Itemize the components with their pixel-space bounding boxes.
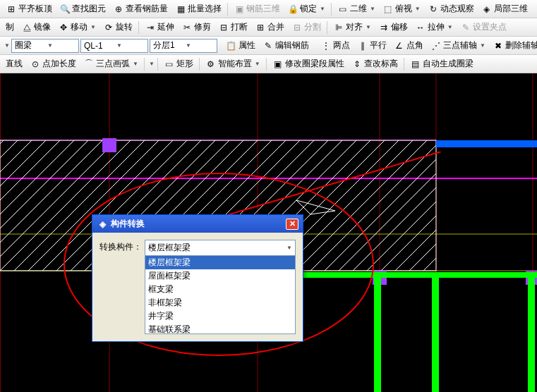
- three-point-aux-label: 三点辅轴: [443, 39, 477, 51]
- two-points-button[interactable]: ⋮两点: [318, 38, 353, 53]
- layer-combo-2[interactable]: QL-1▼: [80, 39, 148, 53]
- align-top-button[interactable]: ⊞平齐板顶: [3, 1, 55, 16]
- find-elem-label: 查找图元: [72, 3, 106, 15]
- close-button[interactable]: ✕: [286, 219, 298, 230]
- selected-value: 楼层框架梁: [148, 242, 191, 254]
- three-point-arc-label: 三点画弧: [96, 58, 130, 70]
- break-button[interactable]: ⊟打断: [215, 20, 251, 35]
- merge-icon: ⊞: [255, 22, 266, 33]
- break-label: 打断: [231, 21, 248, 33]
- batch-select-button[interactable]: ▦批量选择: [172, 1, 224, 16]
- stretch-button[interactable]: ↔拉伸▼: [412, 20, 456, 35]
- local-3d-label: 局部三维: [494, 3, 528, 15]
- option-3[interactable]: 非框架梁: [145, 296, 295, 310]
- find-elem-button[interactable]: 🔍查找图元: [56, 1, 109, 16]
- dynamic-view-button[interactable]: ↻动态观察: [425, 1, 477, 16]
- local-3d-icon: ◈: [481, 4, 493, 15]
- parallel-button[interactable]: ∥平行: [354, 38, 390, 53]
- move-button[interactable]: ✥移动▼: [55, 20, 99, 35]
- chevron-down-icon: ▼: [47, 42, 76, 49]
- chevron-down-icon: ▼: [186, 42, 214, 49]
- option-5[interactable]: 基础联系梁: [145, 323, 295, 333]
- local-3d-button[interactable]: ◈局部三维: [478, 1, 531, 16]
- dynamic-view-label: 动态观察: [440, 3, 474, 15]
- align-label: 对齐: [346, 21, 363, 33]
- svg-rect-18: [374, 278, 381, 392]
- separator: [157, 58, 158, 71]
- chevron-down-icon: ▼: [480, 42, 485, 49]
- option-1[interactable]: 屋面框架梁: [145, 269, 295, 283]
- rotate-button[interactable]: ⟳旋转: [100, 20, 135, 35]
- chevron-down-icon: ▼: [370, 6, 375, 12]
- two-points-label: 两点: [333, 39, 350, 51]
- chevron-down-icon[interactable]: ▼: [149, 61, 155, 67]
- three-point-arc-button[interactable]: ⌒三点画弧▼: [80, 56, 141, 71]
- rectangle-button[interactable]: ▭矩形: [161, 56, 196, 71]
- chevron-down-icon: ▼: [447, 24, 453, 30]
- point-angle-button[interactable]: ∠点角: [391, 38, 426, 53]
- trim-button[interactable]: ✂修剪: [179, 20, 214, 35]
- copy-button[interactable]: 制: [3, 20, 17, 35]
- line-label: 直线: [6, 58, 23, 70]
- stretch-label: 拉伸: [428, 21, 445, 33]
- layer-combo-1[interactable]: 圈梁▼: [11, 39, 79, 53]
- separator: [266, 58, 267, 71]
- toolbar-row-1: ⊞平齐板顶 🔍查找图元 ⊕查看钢筋量 ▦批量选择 ▣钢筋三维 🔒锁定▼ ▭二维▼…: [0, 0, 537, 18]
- move-icon: ✥: [58, 22, 69, 33]
- dialog-title-text: 构件转换: [111, 218, 145, 230]
- extend-icon: ⇥: [145, 22, 156, 33]
- option-2[interactable]: 框支梁: [145, 283, 295, 296]
- auto-icon: ▤: [410, 59, 421, 70]
- align-icon: ⊫: [333, 22, 344, 33]
- dialog-titlebar[interactable]: ◈ 构件转换 ✕: [92, 215, 303, 233]
- attributes-button[interactable]: 📋属性: [223, 38, 258, 53]
- split-icon: ⊟: [291, 22, 303, 33]
- top-view-label: 俯视: [395, 3, 412, 15]
- separator: [138, 21, 139, 34]
- lock-icon: 🔒: [287, 4, 298, 15]
- check-elevation-button[interactable]: ⇕查改标高: [349, 56, 401, 71]
- line-button[interactable]: 直线: [3, 56, 25, 71]
- top-view-button[interactable]: ⬚俯视▼: [380, 1, 423, 16]
- chevron-down-icon: ▼: [133, 61, 138, 67]
- chevron-down-icon[interactable]: ▼: [4, 42, 10, 49]
- svg-rect-19: [432, 278, 439, 392]
- rebar-3d-button: ▣钢筋三维: [231, 1, 283, 16]
- mirror-button[interactable]: ⧋镜像: [18, 20, 54, 35]
- chevron-down-icon: ▼: [90, 24, 96, 30]
- view-2d-button[interactable]: ▭二维▼: [334, 1, 378, 16]
- trim-label: 修剪: [194, 21, 211, 33]
- auto-gen-button[interactable]: ▤自动生成圈梁: [407, 56, 476, 71]
- options-listbox[interactable]: 楼层框架梁 屋面框架梁 框支梁 非框架梁 井字梁 基础联系梁 连梁 基础主梁: [145, 256, 295, 333]
- option-4[interactable]: 井字梁: [145, 310, 295, 323]
- delete-aux-button[interactable]: ✖删除辅轴: [490, 38, 537, 53]
- three-point-aux-button[interactable]: ⋰三点辅轴▼: [428, 38, 488, 53]
- view-2d-icon: ▭: [337, 4, 349, 15]
- align-button[interactable]: ⊫对齐▼: [330, 20, 374, 35]
- smart-layout-label: 智能布置: [218, 58, 252, 70]
- edit-icon: ✎: [263, 40, 274, 51]
- lock-button[interactable]: 🔒锁定▼: [284, 1, 328, 16]
- smart-icon: ⚙: [205, 59, 217, 70]
- toolbar-row-4: 直线 ⊙点加长度 ⌒三点画弧▼ ▼ ▭矩形 ⚙智能布置▼ ▣修改圈梁段属性 ⇕查…: [0, 55, 537, 73]
- component-select[interactable]: 楼层框架梁 ▼ 楼层框架梁 屋面框架梁 框支梁 非框架梁 井字梁 基础联系梁 连…: [145, 240, 296, 334]
- extend-button[interactable]: ⇥延伸: [142, 20, 177, 35]
- merge-button[interactable]: ⊞合并: [252, 20, 287, 35]
- separator: [144, 58, 145, 71]
- toolbar-row-2: 制 ⧋镜像 ✥移动▼ ⟳旋转 ⇥延伸 ✂修剪 ⊟打断 ⊞合并 ⊟分割 ⊫对齐▼ …: [0, 18, 537, 37]
- layer-combo-3[interactable]: 分层1▼: [150, 39, 217, 53]
- separator: [404, 58, 404, 71]
- close-icon: ✕: [289, 219, 296, 228]
- rectangle-icon: ▭: [164, 59, 175, 70]
- check-rebar-button[interactable]: ⊕查看钢筋量: [110, 1, 171, 16]
- edit-rebar-button[interactable]: ✎编辑钢筋: [260, 38, 312, 53]
- add-length-button[interactable]: ⊙点加长度: [27, 56, 79, 71]
- modify-ring-beam-button[interactable]: ▣修改圈梁段属性: [270, 56, 347, 71]
- offset-button[interactable]: ⇉偏移: [375, 20, 411, 35]
- option-0[interactable]: 楼层框架梁: [145, 256, 295, 269]
- smart-layout-button[interactable]: ⚙智能布置▼: [203, 56, 263, 71]
- select-display[interactable]: 楼层框架梁 ▼: [145, 240, 295, 256]
- elevation-icon: ⇕: [351, 59, 363, 70]
- add-length-label: 点加长度: [42, 58, 76, 70]
- separator: [331, 3, 332, 16]
